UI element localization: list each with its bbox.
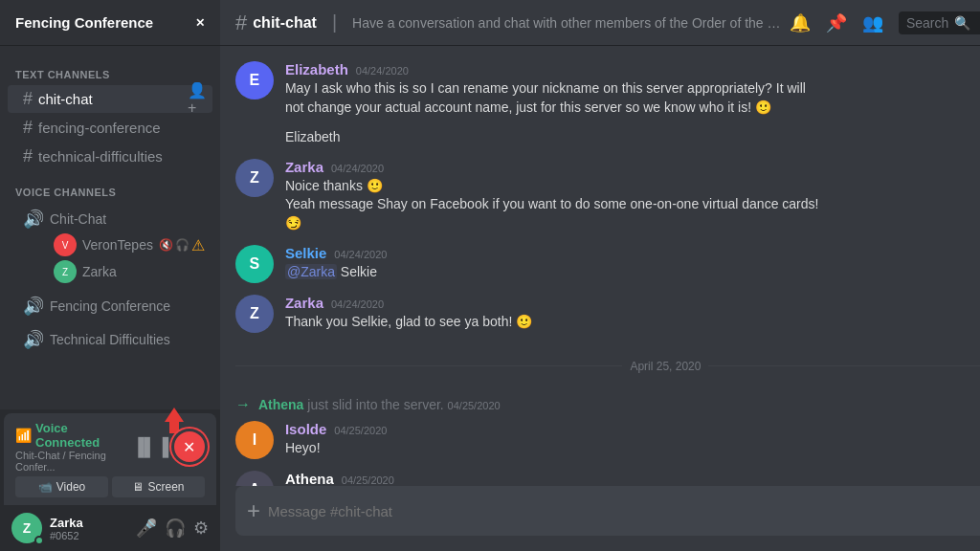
message-timestamp: 04/25/2020 — [342, 474, 394, 486]
message-timestamp: 04/25/2020 — [334, 425, 387, 436]
chat-area: # chit-chat | Have a conversation and ch… — [220, 0, 980, 551]
channel-item-chit-chat[interactable]: # chit-chat 👤+ — [8, 85, 212, 113]
message-header: Zarka 04/24/2020 — [285, 295, 980, 311]
channel-header-name: # chit-chat — [235, 11, 317, 35]
bell-icon[interactable]: 🔔 — [790, 12, 811, 33]
user-details: Zarka #0652 — [50, 516, 128, 541]
message-group: S Selkie 04/24/2020 @Zarka Selkie — [235, 245, 980, 283]
voice-user-name: VeronTepes — [82, 237, 153, 253]
voice-user-verontepes: V VeronTepes 🔇 🎧 ⚠ — [23, 231, 205, 258]
message-group: I Isolde 04/25/2020 Heyo! — [235, 421, 980, 459]
message-author: Zarka — [285, 295, 323, 311]
message-content: Elizabeth 04/24/2020 May I ask who this … — [285, 61, 980, 117]
zarka-avatar: Z — [54, 260, 77, 283]
messages-container: E Elizabeth 04/24/2020 May I ask who thi… — [220, 46, 980, 486]
message-group: E Elizabeth 04/24/2020 May I ask who thi… — [235, 61, 980, 117]
server-header[interactable]: Fencing Conference ✕ — [0, 0, 220, 46]
user-status-dot — [34, 536, 44, 545]
message-content: Selkie 04/24/2020 @Zarka Selkie — [285, 245, 980, 283]
message-content: Zarka 04/24/2020 Thank you Selkie, glad … — [285, 295, 980, 333]
message-text: Yeah message Shay on Facebook if you wan… — [285, 195, 980, 214]
message-group: Z Zarka 04/24/2020 Thank you Selkie, gla… — [235, 295, 980, 333]
channel-item-technical-difficulties[interactable]: # technical-difficulties — [8, 143, 212, 170]
channel-item-fencing-conference[interactable]: # fencing-conference — [8, 114, 212, 142]
message-content: Athena 04/25/2020 Greetings. — [285, 471, 980, 486]
voice-connected-subtitle: Chit-Chat / Fencing Confer... — [15, 450, 132, 473]
join-arrow-icon: → — [235, 396, 251, 413]
message-text: Elizabeth — [285, 128, 980, 147]
svg-marker-0 — [165, 408, 184, 422]
message-avatar: E — [235, 61, 274, 99]
hash-icon: # — [23, 118, 33, 138]
message-group: Z Zarka 04/24/2020 Noice thanks 🙂 Yeah m… — [235, 159, 980, 233]
voice-channel-fencing[interactable]: 🔊 Fencing Conference — [8, 290, 212, 322]
message-header: Selkie 04/24/2020 — [285, 245, 980, 261]
voice-channel-technical[interactable]: 🔊 Technical Difficulties — [8, 323, 212, 356]
message-header: Isolde 04/25/2020 — [285, 421, 980, 437]
message-avatar: I — [235, 421, 274, 459]
video-button[interactable]: 📹 Video — [15, 476, 108, 497]
hash-icon: # — [23, 146, 33, 166]
add-user-icon[interactable]: 👤+ — [189, 92, 205, 107]
channel-sidebar: Fencing Conference ✕ TEXT CHANNELS # chi… — [0, 0, 220, 551]
message-timestamp: 04/24/2020 — [331, 298, 384, 310]
message-text: @Zarka Selkie — [285, 263, 980, 282]
message-timestamp: 04/24/2020 — [334, 249, 387, 260]
server-dropdown-icon: ✕ — [195, 16, 205, 30]
text-channels-header: TEXT CHANNELS — [0, 54, 220, 84]
voice-channel-chit-chat[interactable]: 🔊 Chit-Chat V VeronTepes 🔇 🎧 ⚠ Z Zarka — [8, 203, 212, 289]
chat-header: # chit-chat | Have a conversation and ch… — [220, 0, 980, 46]
channel-description: Have a conversation and chat with other … — [352, 15, 782, 31]
user-action-icons: 🎤 🎧 ⚙ — [136, 518, 209, 539]
join-username: Athena — [258, 397, 303, 412]
channel-name: fencing-conference — [38, 120, 205, 136]
mic-icon[interactable]: 🎤 — [136, 518, 157, 539]
speaker-icon: 🔊 — [23, 209, 44, 230]
add-attachment-icon[interactable]: + — [247, 486, 260, 536]
message-header: Zarka 04/24/2020 — [285, 159, 980, 175]
message-text: Heyo! — [285, 439, 980, 458]
voice-user-zarka: Z Zarka — [23, 258, 205, 285]
message-author: Selkie — [285, 245, 326, 261]
speaker-icon: 🔊 — [23, 296, 44, 317]
message-header: Athena 04/25/2020 — [285, 471, 980, 486]
current-user-panel: Z Zarka #0652 🎤 🎧 ⚙ — [0, 505, 220, 551]
message-author: Athena — [285, 471, 334, 486]
mute-icon: 🔇 — [159, 238, 173, 252]
voice-user-name: Zarka — [82, 264, 205, 279]
message-input[interactable] — [268, 492, 980, 531]
current-user-avatar: Z — [11, 513, 42, 543]
message-text: Noice thanks 🙂 — [285, 177, 980, 196]
server-name: Fencing Conference — [15, 14, 153, 31]
message-group: A Athena 04/25/2020 Greetings. — [235, 471, 980, 486]
message-text: May I ask who this is so I can rename yo… — [285, 79, 980, 117]
message-author: Elizabeth — [285, 61, 348, 77]
pin-icon[interactable]: 📌 — [826, 12, 847, 33]
message-author: Zarka — [285, 159, 323, 175]
date-divider: April 25, 2020 — [235, 360, 980, 373]
settings-icon[interactable]: ⚙ — [193, 518, 209, 539]
message-group: Elizabeth — [235, 128, 980, 147]
message-content: Zarka 04/24/2020 Noice thanks 🙂 Yeah mes… — [285, 159, 980, 233]
channel-name: chit-chat — [38, 91, 189, 107]
members-icon[interactable]: 👥 — [862, 12, 883, 33]
username: Zarka — [50, 516, 128, 530]
message-content: Elizabeth — [285, 128, 980, 147]
user-area: 📶 Voice Connected Chit-Chat / Fencing Co… — [0, 409, 220, 551]
voice-channels-header: VOICE CHANNELS — [0, 171, 220, 202]
verontepes-avatar: V — [54, 233, 77, 256]
voice-connected-panel: 📶 Voice Connected Chit-Chat / Fencing Co… — [4, 413, 216, 505]
user-discriminator: #0652 — [50, 530, 128, 541]
speaker-icon: 🔊 — [23, 329, 44, 350]
voice-action-buttons: 📹 Video 🖥 Screen — [15, 476, 205, 497]
screen-button[interactable]: 🖥 Screen — [112, 476, 205, 497]
voice-user-icons: 🔇 🎧 ⚠ — [159, 236, 205, 254]
message-author: Isolde — [285, 421, 326, 437]
search-box[interactable]: Search 🔍 — [899, 11, 980, 34]
voice-channel-name: Technical Difficulties — [50, 332, 170, 347]
voice-connected-title: 📶 Voice Connected — [15, 421, 132, 450]
search-icon: 🔍 — [954, 15, 970, 31]
disconnect-button[interactable]: ✕ — [174, 431, 205, 462]
headset-icon[interactable]: 🎧 — [165, 518, 186, 539]
message-header: Elizabeth 04/24/2020 — [285, 61, 980, 77]
